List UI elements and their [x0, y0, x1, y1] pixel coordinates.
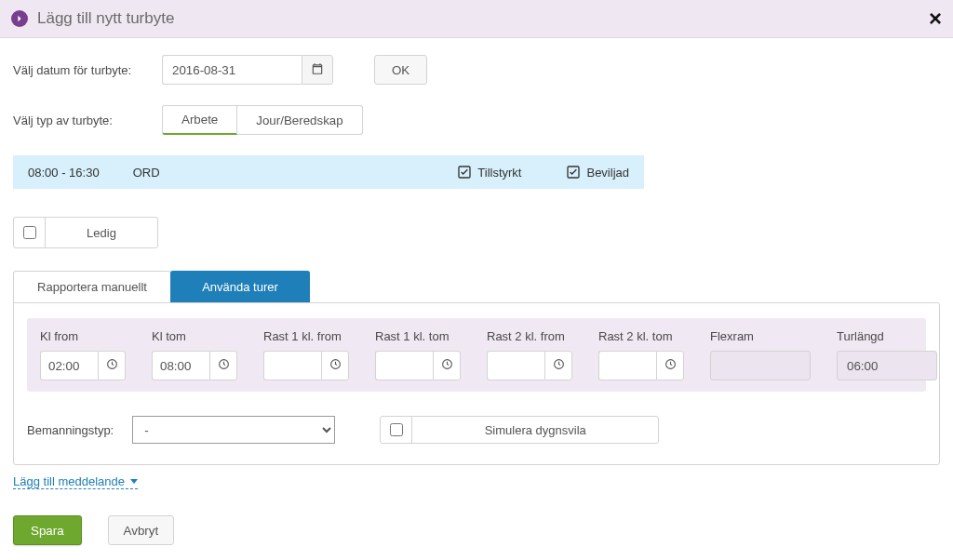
add-message-link[interactable]: Lägg till meddelande	[13, 474, 138, 489]
type-jour-button[interactable]: Jour/Beredskap	[237, 105, 362, 135]
add-message-label: Lägg till meddelande	[13, 474, 125, 488]
col-turlangd: Turlängd	[837, 329, 937, 380]
clock-button-kl-from[interactable]	[98, 351, 126, 380]
col-rast1-from: Rast 1 kl. from	[263, 329, 349, 380]
simulate-toggle[interactable]: Simulera dygnsvila	[380, 416, 659, 444]
staffing-select[interactable]: -	[132, 416, 335, 444]
input-flexram	[710, 351, 811, 380]
date-label: Välj datum för turbyte:	[13, 63, 162, 77]
label-flexram: Flexram	[710, 329, 811, 343]
checkbox-checked-icon	[566, 165, 581, 180]
save-button[interactable]: Spara	[13, 515, 82, 545]
col-flexram: Flexram	[710, 329, 811, 380]
flag-tillstyrkt-label: Tillstyrkt	[477, 166, 521, 180]
col-kl-tom: Kl tom	[152, 329, 237, 380]
input-turlangd	[837, 351, 937, 380]
simulate-checkbox-wrap	[381, 417, 412, 443]
clock-button-rast1-tom[interactable]	[433, 351, 461, 380]
label-rast1-from: Rast 1 kl. from	[263, 329, 349, 343]
clock-icon	[441, 358, 453, 373]
input-rast1-from[interactable]	[263, 351, 321, 380]
label-kl-tom: Kl tom	[152, 329, 237, 343]
caret-down-icon	[130, 479, 138, 484]
clock-icon	[218, 358, 230, 373]
modal-header: Lägg till nytt turbyte ×	[0, 0, 953, 38]
col-rast1-tom: Rast 1 kl. tom	[375, 329, 461, 380]
calendar-icon	[311, 62, 324, 78]
input-kl-tom[interactable]	[152, 351, 209, 380]
col-kl-from: Kl from	[40, 329, 126, 380]
clock-icon	[553, 358, 565, 373]
modal-body: Välj datum för turbyte: OK Välj typ av t…	[0, 38, 953, 556]
checkbox-checked-icon	[457, 165, 472, 180]
shift-flags: Tillstyrkt Beviljad	[457, 165, 629, 180]
simulate-checkbox[interactable]	[390, 423, 403, 436]
modal-header-left: Lägg till nytt turbyte	[11, 9, 174, 28]
footer: Spara Avbryt	[13, 515, 940, 545]
clock-button-rast2-from[interactable]	[544, 351, 572, 380]
shift-code: ORD	[133, 166, 160, 180]
label-rast2-from: Rast 2 kl. from	[487, 329, 572, 343]
simulate-label: Simulera dygnsvila	[412, 423, 658, 437]
modal-title: Lägg till nytt turbyte	[37, 9, 174, 28]
flag-beviljad[interactable]: Beviljad	[566, 165, 629, 180]
clock-icon	[106, 358, 118, 373]
chevron-right-circle-icon	[11, 10, 28, 27]
type-row: Välj typ av turbyte: Arbete Jour/Beredsk…	[13, 105, 940, 135]
shift-bar: 08:00 - 16:30 ORD Tillstyrkt Beviljad	[13, 155, 644, 189]
calendar-button[interactable]	[302, 55, 333, 85]
col-rast2-from: Rast 2 kl. from	[487, 329, 572, 380]
ledig-label: Ledig	[46, 226, 157, 240]
ledig-toggle[interactable]: Ledig	[13, 217, 158, 248]
label-rast2-tom: Rast 2 kl. tom	[598, 329, 684, 343]
staffing-label: Bemanningstyp:	[27, 423, 114, 437]
type-arbete-button[interactable]: Arbete	[162, 105, 237, 135]
clock-button-kl-tom[interactable]	[209, 351, 237, 380]
clock-icon	[664, 358, 677, 373]
flag-tillstyrkt[interactable]: Tillstyrkt	[457, 165, 521, 180]
label-kl-from: Kl from	[40, 329, 126, 343]
tab-panel: Kl from Kl tom Rast 1 kl. fr	[13, 302, 940, 465]
input-kl-from[interactable]	[40, 351, 98, 380]
type-toggle-group: Arbete Jour/Beredskap	[162, 105, 363, 135]
cancel-button[interactable]: Avbryt	[108, 515, 175, 545]
ledig-checkbox-wrap	[14, 218, 46, 247]
clock-icon	[329, 358, 342, 373]
col-rast2-tom: Rast 2 kl. tom	[598, 329, 684, 380]
staffing-row: Bemanningstyp: - Simulera dygnsvila	[27, 416, 926, 444]
date-input[interactable]	[162, 55, 302, 85]
label-turlangd: Turlängd	[837, 329, 937, 343]
clock-button-rast2-tom[interactable]	[656, 351, 684, 380]
tab-manual[interactable]: Rapportera manuellt	[13, 271, 171, 302]
label-rast1-tom: Rast 1 kl. tom	[375, 329, 461, 343]
input-rast2-from[interactable]	[487, 351, 544, 380]
type-label: Välj typ av turbyte:	[13, 113, 162, 127]
close-icon[interactable]: ×	[929, 7, 942, 30]
input-rast2-tom[interactable]	[598, 351, 656, 380]
flag-beviljad-label: Beviljad	[586, 166, 629, 180]
ledig-checkbox[interactable]	[23, 226, 36, 239]
tab-use-shifts[interactable]: Använda turer	[170, 271, 310, 302]
shift-time: 08:00 - 16:30	[28, 166, 100, 180]
input-rast1-tom[interactable]	[375, 351, 433, 380]
clock-button-rast1-from[interactable]	[321, 351, 349, 380]
time-grid: Kl from Kl tom Rast 1 kl. fr	[27, 318, 926, 392]
ok-button[interactable]: OK	[374, 55, 427, 85]
tabs: Rapportera manuellt Använda turer	[13, 271, 940, 302]
date-row: Välj datum för turbyte: OK	[13, 55, 940, 85]
